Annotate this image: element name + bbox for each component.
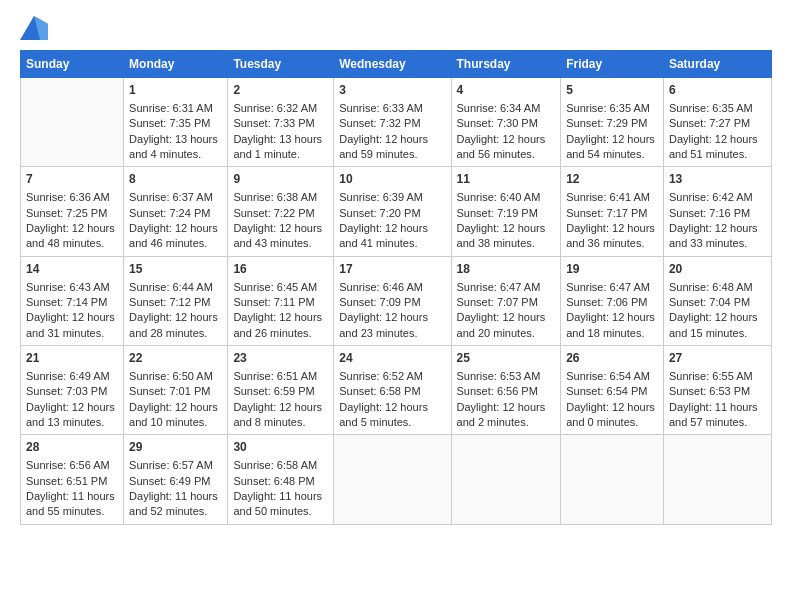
cal-cell: 12Sunrise: 6:41 AMSunset: 7:17 PMDayligh… (561, 167, 664, 256)
daylight-label: Daylight: 11 hours and 57 minutes. (669, 401, 758, 428)
sunset: Sunset: 6:59 PM (233, 385, 314, 397)
daylight-label: Daylight: 12 hours and 5 minutes. (339, 401, 428, 428)
cal-cell: 7Sunrise: 6:36 AMSunset: 7:25 PMDaylight… (21, 167, 124, 256)
sunrise: Sunrise: 6:40 AM (457, 191, 541, 203)
sunrise: Sunrise: 6:34 AM (457, 102, 541, 114)
cal-cell: 16Sunrise: 6:45 AMSunset: 7:11 PMDayligh… (228, 256, 334, 345)
cal-cell: 17Sunrise: 6:46 AMSunset: 7:09 PMDayligh… (334, 256, 451, 345)
daylight-label: Daylight: 12 hours and 36 minutes. (566, 222, 655, 249)
cal-cell (561, 435, 664, 524)
day-number: 22 (129, 350, 222, 367)
daylight-label: Daylight: 11 hours and 55 minutes. (26, 490, 115, 517)
cal-cell: 25Sunrise: 6:53 AMSunset: 6:56 PMDayligh… (451, 346, 561, 435)
sunset: Sunset: 6:54 PM (566, 385, 647, 397)
day-number: 16 (233, 261, 328, 278)
sunset: Sunset: 6:58 PM (339, 385, 420, 397)
daylight-label: Daylight: 12 hours and 51 minutes. (669, 133, 758, 160)
daylight-label: Daylight: 12 hours and 26 minutes. (233, 311, 322, 338)
sunrise: Sunrise: 6:51 AM (233, 370, 317, 382)
sunset: Sunset: 6:51 PM (26, 475, 107, 487)
sunset: Sunset: 7:35 PM (129, 117, 210, 129)
week-row-4: 28Sunrise: 6:56 AMSunset: 6:51 PMDayligh… (21, 435, 772, 524)
sunrise: Sunrise: 6:57 AM (129, 459, 213, 471)
day-number: 21 (26, 350, 118, 367)
cal-cell: 27Sunrise: 6:55 AMSunset: 6:53 PMDayligh… (663, 346, 771, 435)
sunrise: Sunrise: 6:46 AM (339, 281, 423, 293)
sunset: Sunset: 7:17 PM (566, 207, 647, 219)
day-number: 13 (669, 171, 766, 188)
cal-cell: 20Sunrise: 6:48 AMSunset: 7:04 PMDayligh… (663, 256, 771, 345)
day-number: 25 (457, 350, 556, 367)
daylight-label: Daylight: 12 hours and 0 minutes. (566, 401, 655, 428)
daylight-label: Daylight: 12 hours and 38 minutes. (457, 222, 546, 249)
sunrise: Sunrise: 6:53 AM (457, 370, 541, 382)
day-number: 8 (129, 171, 222, 188)
daylight-label: Daylight: 12 hours and 8 minutes. (233, 401, 322, 428)
col-header-saturday: Saturday (663, 51, 771, 78)
daylight-label: Daylight: 12 hours and 2 minutes. (457, 401, 546, 428)
col-header-sunday: Sunday (21, 51, 124, 78)
daylight-label: Daylight: 12 hours and 59 minutes. (339, 133, 428, 160)
sunrise: Sunrise: 6:43 AM (26, 281, 110, 293)
daylight-label: Daylight: 11 hours and 52 minutes. (129, 490, 218, 517)
sunset: Sunset: 7:12 PM (129, 296, 210, 308)
sunset: Sunset: 7:07 PM (457, 296, 538, 308)
day-number: 2 (233, 82, 328, 99)
day-number: 5 (566, 82, 658, 99)
sunset: Sunset: 7:11 PM (233, 296, 314, 308)
day-number: 9 (233, 171, 328, 188)
daylight-label: Daylight: 12 hours and 56 minutes. (457, 133, 546, 160)
cal-cell: 9Sunrise: 6:38 AMSunset: 7:22 PMDaylight… (228, 167, 334, 256)
cal-cell: 23Sunrise: 6:51 AMSunset: 6:59 PMDayligh… (228, 346, 334, 435)
cal-cell: 5Sunrise: 6:35 AMSunset: 7:29 PMDaylight… (561, 78, 664, 167)
col-header-monday: Monday (124, 51, 228, 78)
daylight-label: Daylight: 12 hours and 54 minutes. (566, 133, 655, 160)
daylight-label: Daylight: 12 hours and 28 minutes. (129, 311, 218, 338)
sunrise: Sunrise: 6:45 AM (233, 281, 317, 293)
day-number: 6 (669, 82, 766, 99)
sunrise: Sunrise: 6:36 AM (26, 191, 110, 203)
sunset: Sunset: 7:30 PM (457, 117, 538, 129)
sunrise: Sunrise: 6:44 AM (129, 281, 213, 293)
col-header-thursday: Thursday (451, 51, 561, 78)
sunrise: Sunrise: 6:32 AM (233, 102, 317, 114)
cal-cell: 30Sunrise: 6:58 AMSunset: 6:48 PMDayligh… (228, 435, 334, 524)
sunrise: Sunrise: 6:48 AM (669, 281, 753, 293)
day-number: 27 (669, 350, 766, 367)
week-row-1: 7Sunrise: 6:36 AMSunset: 7:25 PMDaylight… (21, 167, 772, 256)
sunset: Sunset: 7:01 PM (129, 385, 210, 397)
day-number: 4 (457, 82, 556, 99)
day-number: 15 (129, 261, 222, 278)
sunrise: Sunrise: 6:33 AM (339, 102, 423, 114)
sunset: Sunset: 7:22 PM (233, 207, 314, 219)
cal-cell: 10Sunrise: 6:39 AMSunset: 7:20 PMDayligh… (334, 167, 451, 256)
cal-cell (334, 435, 451, 524)
cal-cell: 1Sunrise: 6:31 AMSunset: 7:35 PMDaylight… (124, 78, 228, 167)
daylight-label: Daylight: 12 hours and 31 minutes. (26, 311, 115, 338)
cal-cell: 28Sunrise: 6:56 AMSunset: 6:51 PMDayligh… (21, 435, 124, 524)
sunset: Sunset: 7:33 PM (233, 117, 314, 129)
cal-cell: 11Sunrise: 6:40 AMSunset: 7:19 PMDayligh… (451, 167, 561, 256)
col-header-wednesday: Wednesday (334, 51, 451, 78)
cal-cell: 14Sunrise: 6:43 AMSunset: 7:14 PMDayligh… (21, 256, 124, 345)
daylight-label: Daylight: 12 hours and 15 minutes. (669, 311, 758, 338)
sunrise: Sunrise: 6:52 AM (339, 370, 423, 382)
day-number: 24 (339, 350, 445, 367)
daylight-label: Daylight: 12 hours and 20 minutes. (457, 311, 546, 338)
sunrise: Sunrise: 6:38 AM (233, 191, 317, 203)
daylight-label: Daylight: 12 hours and 48 minutes. (26, 222, 115, 249)
sunrise: Sunrise: 6:37 AM (129, 191, 213, 203)
sunrise: Sunrise: 6:31 AM (129, 102, 213, 114)
sunrise: Sunrise: 6:39 AM (339, 191, 423, 203)
logo (20, 16, 52, 40)
sunset: Sunset: 7:20 PM (339, 207, 420, 219)
day-number: 30 (233, 439, 328, 456)
sunrise: Sunrise: 6:35 AM (566, 102, 650, 114)
cal-cell: 26Sunrise: 6:54 AMSunset: 6:54 PMDayligh… (561, 346, 664, 435)
col-header-tuesday: Tuesday (228, 51, 334, 78)
sunset: Sunset: 6:48 PM (233, 475, 314, 487)
week-row-3: 21Sunrise: 6:49 AMSunset: 7:03 PMDayligh… (21, 346, 772, 435)
week-row-0: 1Sunrise: 6:31 AMSunset: 7:35 PMDaylight… (21, 78, 772, 167)
sunset: Sunset: 7:27 PM (669, 117, 750, 129)
sunrise: Sunrise: 6:42 AM (669, 191, 753, 203)
